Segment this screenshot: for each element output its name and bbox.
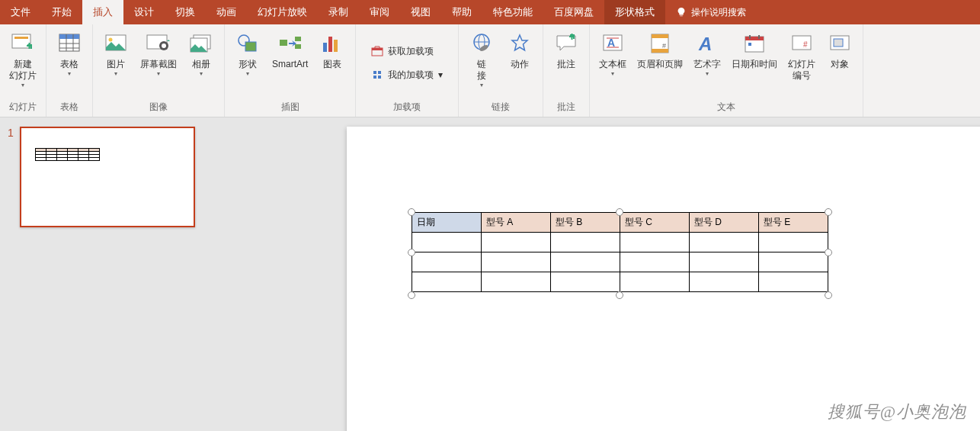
smartart-button[interactable]: SmartArt xyxy=(267,27,312,98)
group-tables: 表格 ▾ 表格 xyxy=(46,24,93,117)
action-button[interactable]: 动作 xyxy=(501,27,538,98)
shapes-label: 形状 xyxy=(239,59,257,70)
headerfooter-label: 页眉和页脚 xyxy=(637,59,683,70)
link-button[interactable]: 链 接 ▾ xyxy=(463,27,500,98)
table-button[interactable]: 表格 ▾ xyxy=(51,27,88,98)
group-illustrations: 形状 ▾ SmartArt 图表 插图 xyxy=(225,24,356,117)
group-text: A 文本框 ▾ # 页眉和页脚 A 艺术字 ▾ 日期和时间 # 幻灯片 编号 xyxy=(590,24,863,117)
action-label: 动作 xyxy=(511,59,529,70)
group-images-label: 图像 xyxy=(98,98,219,117)
group-comments: 批注 批注 xyxy=(543,24,590,117)
tab-shape-format[interactable]: 形状格式 xyxy=(604,0,665,24)
get-addins-button[interactable]: 获取加载项 xyxy=(368,43,446,60)
svg-text:#: # xyxy=(803,40,808,49)
svg-rect-34 xyxy=(652,34,668,38)
dropdown-arrow-icon: ▾ xyxy=(157,70,160,77)
table-row[interactable] xyxy=(412,272,828,292)
tell-me-search[interactable]: 操作说明搜索 xyxy=(665,0,757,24)
svg-point-28 xyxy=(479,43,489,52)
header-cell-d[interactable]: 型号 D xyxy=(690,213,759,233)
tab-review[interactable]: 审阅 xyxy=(359,0,400,24)
pictures-button[interactable]: 图片 ▾ xyxy=(98,27,134,98)
album-button[interactable]: 相册 ▾ xyxy=(183,27,219,98)
comment-label: 批注 xyxy=(557,59,575,70)
my-addins-label: 我的加载项 xyxy=(388,69,434,82)
tab-baidu[interactable]: 百度网盘 xyxy=(543,0,604,24)
svg-rect-20 xyxy=(323,43,327,52)
new-slide-button[interactable]: 新建 幻灯片 ▾ xyxy=(5,27,41,98)
chart-label: 图表 xyxy=(323,59,341,70)
textbox-button[interactable]: A 文本框 ▾ xyxy=(594,27,631,98)
watermark-text: 搜狐号@小奥泡泡 xyxy=(828,400,966,423)
datetime-button[interactable]: 日期和时间 xyxy=(727,27,782,98)
lightbulb-icon xyxy=(676,7,687,18)
my-addins-button[interactable]: 我的加载项 ▾ xyxy=(368,66,446,84)
svg-rect-42 xyxy=(748,43,751,46)
header-cell-e[interactable]: 型号 E xyxy=(759,213,828,233)
chart-button[interactable]: 图表 xyxy=(314,27,351,98)
tab-design[interactable]: 设计 xyxy=(123,0,165,24)
svg-point-9 xyxy=(109,38,113,42)
tab-insert[interactable]: 插入 xyxy=(82,0,123,24)
headerfooter-icon: # xyxy=(650,33,670,54)
ribbon: 新建 幻灯片 ▾ 幻灯片 表格 ▾ 表格 图片 ▾ 屏幕截图 ▾ xyxy=(0,24,980,117)
table-row[interactable] xyxy=(412,252,828,272)
dropdown-arrow-icon: ▾ xyxy=(706,70,709,77)
selection-handle[interactable] xyxy=(616,208,623,216)
slide-1[interactable]: 日期 型号 A 型号 B 型号 C 型号 D 型号 E xyxy=(347,127,980,431)
header-cell-date[interactable]: 日期 xyxy=(412,213,482,233)
workspace: 1 日期 型号 A 型号 B 型号 C 型号 D 型号 E xyxy=(0,117,980,431)
svg-point-12 xyxy=(162,43,166,48)
svg-rect-3 xyxy=(59,34,79,39)
new-slide-icon xyxy=(11,33,35,54)
dropdown-arrow-icon: ▾ xyxy=(438,69,443,80)
wordart-label: 艺术字 xyxy=(693,59,721,70)
tab-special[interactable]: 特色功能 xyxy=(482,0,543,24)
comment-button[interactable]: 批注 xyxy=(548,27,584,98)
get-addins-label: 获取加载项 xyxy=(388,45,434,58)
selection-handle[interactable] xyxy=(825,208,832,216)
group-comments-label: 批注 xyxy=(548,98,584,117)
tab-file[interactable]: 文件 xyxy=(0,0,41,24)
group-illustrations-label: 插图 xyxy=(229,98,351,117)
tab-animations[interactable]: 动画 xyxy=(206,0,247,24)
tab-slideshow[interactable]: 幻灯片放映 xyxy=(247,0,318,24)
tab-view[interactable]: 视图 xyxy=(400,0,441,24)
headerfooter-button[interactable]: # 页眉和页脚 xyxy=(633,27,687,98)
selection-handle[interactable] xyxy=(825,291,832,299)
shapes-icon xyxy=(236,33,259,54)
header-cell-c[interactable]: 型号 C xyxy=(620,213,690,233)
chart-icon xyxy=(322,34,343,53)
slide-thumbnail-1[interactable] xyxy=(20,127,195,227)
shapes-button[interactable]: 形状 ▾ xyxy=(229,27,266,98)
svg-rect-19 xyxy=(295,44,301,49)
slidenum-button[interactable]: # 幻灯片 编号 xyxy=(783,27,820,98)
dropdown-arrow-icon: ▾ xyxy=(246,70,249,77)
table-row[interactable] xyxy=(412,233,828,252)
slide-canvas[interactable]: 日期 型号 A 型号 B 型号 C 型号 D 型号 E xyxy=(225,117,980,431)
wordart-button[interactable]: A 艺术字 ▾ xyxy=(689,27,725,98)
tab-home[interactable]: 开始 xyxy=(41,0,82,24)
svg-rect-46 xyxy=(834,39,843,47)
selection-handle[interactable] xyxy=(408,291,415,299)
selection-handle[interactable] xyxy=(616,291,623,299)
tab-transitions[interactable]: 切换 xyxy=(165,0,206,24)
selection-handle[interactable] xyxy=(408,208,415,216)
selection-handle[interactable] xyxy=(408,249,415,256)
store-icon xyxy=(371,45,383,57)
tab-record[interactable]: 录制 xyxy=(318,0,359,24)
screenshot-button[interactable]: 屏幕截图 ▾ xyxy=(136,27,181,98)
thumb-number: 1 xyxy=(8,127,14,227)
header-cell-a[interactable]: 型号 A xyxy=(482,213,551,233)
mini-table-preview xyxy=(35,148,100,161)
data-table[interactable]: 日期 型号 A 型号 B 型号 C 型号 D 型号 E xyxy=(412,212,828,292)
object-button[interactable]: 对象 xyxy=(821,27,858,98)
svg-rect-22 xyxy=(334,40,338,52)
tab-help[interactable]: 帮助 xyxy=(441,0,482,24)
group-slides: 新建 幻灯片 ▾ 幻灯片 xyxy=(0,24,46,117)
svg-rect-39 xyxy=(745,37,764,40)
header-cell-b[interactable]: 型号 B xyxy=(551,213,620,233)
slidenum-icon: # xyxy=(791,34,812,53)
dropdown-arrow-icon: ▾ xyxy=(611,70,614,77)
selection-handle[interactable] xyxy=(825,249,832,256)
